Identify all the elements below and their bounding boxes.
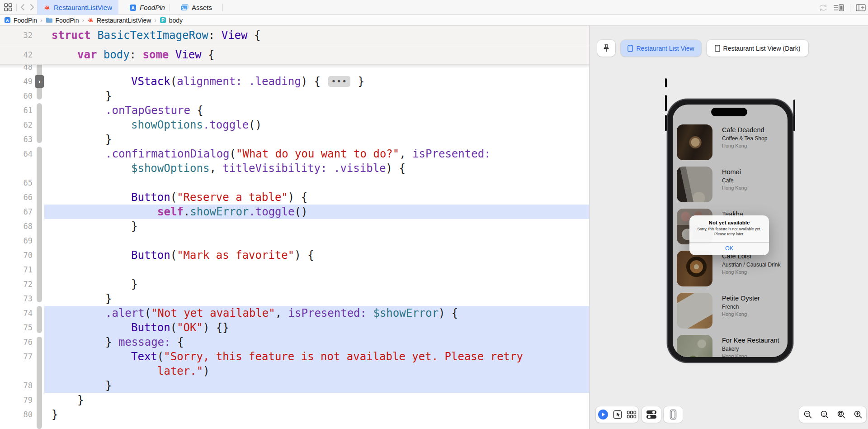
code-line[interactable]: 66Button("Reserve a table") { xyxy=(0,190,589,205)
breadcrumb-file[interactable]: RestaurantListView xyxy=(87,17,151,24)
iphone-screen[interactable]: Cafe DeadendCoffee & Tea ShopHong KongHo… xyxy=(673,105,788,357)
line-number: 70 xyxy=(0,248,33,262)
volume-down-button xyxy=(665,115,667,131)
zoom-in-icon[interactable] xyxy=(854,410,863,419)
zoom-fit-icon[interactable] xyxy=(837,410,846,419)
code-text: .alert("Not yet available", isPresented:… xyxy=(105,306,458,320)
breadcrumb-symbol[interactable]: P body xyxy=(160,17,183,24)
tab-assets[interactable]: Assets xyxy=(175,0,218,15)
sticky-header-line-42[interactable]: 42var body: some View { xyxy=(0,45,589,65)
breadcrumb-separator: › xyxy=(40,17,42,24)
line-number: 75 xyxy=(0,320,33,335)
zoom-100-icon[interactable]: 1 xyxy=(820,410,829,419)
code-line[interactable]: 63} xyxy=(0,132,589,147)
code-line[interactable]: 73} xyxy=(0,291,589,306)
code-line[interactable]: 71 xyxy=(0,262,589,277)
line-number: 79 xyxy=(0,393,33,407)
code-text: Text("Sorry, this feature is not availab… xyxy=(131,349,523,364)
code-text: struct BasicTextImageRow: View { xyxy=(52,26,260,45)
code-line[interactable]: 75Button("OK") {} xyxy=(0,320,589,335)
variants-mode-button[interactable] xyxy=(627,410,637,419)
line-number: 64 xyxy=(0,147,33,161)
sticky-header-line-32[interactable]: 32struct BasicTextImageRow: View { xyxy=(0,26,589,45)
tab-label: RestaurantListView xyxy=(54,4,112,11)
line-number: 73 xyxy=(0,291,33,306)
code-line[interactable]: 67self.showError.toggle() xyxy=(0,205,589,219)
code-text: } xyxy=(131,219,137,234)
scheme-button-light[interactable]: Restaurant List View xyxy=(621,40,701,57)
code-line[interactable]: 69 xyxy=(0,234,589,248)
app-icon: A xyxy=(129,4,137,11)
back-button[interactable] xyxy=(20,3,26,12)
tab-label: FoodPin xyxy=(140,4,165,11)
breadcrumb-group[interactable]: FoodPin xyxy=(46,17,79,24)
code-line[interactable]: 60} xyxy=(0,89,589,103)
code-line[interactable]: 68} xyxy=(0,219,589,234)
line-number: 71 xyxy=(0,262,33,277)
code-text: .confirmationDialog("What do you want to… xyxy=(105,147,491,161)
breadcrumb-project[interactable]: A FoodPin xyxy=(4,17,37,24)
code-text: } xyxy=(105,89,112,103)
code-editor[interactable]: 4849VStack(alignment: .leading) { ••• }›… xyxy=(0,26,589,429)
scheme-button-dark[interactable]: Restaurant List View (Dark) xyxy=(707,40,808,57)
zoom-out-icon[interactable] xyxy=(803,410,812,419)
code-line[interactable]: 77Text("Sorry, this feature is not avail… xyxy=(0,349,589,364)
code-text: .onTapGesture { xyxy=(105,103,203,118)
preview-canvas: Restaurant List View Restaurant List Vie… xyxy=(590,26,868,429)
code-line[interactable]: 76} message: { xyxy=(0,335,589,349)
line-number: 63 xyxy=(0,132,33,147)
alert-title: Not yet available xyxy=(689,220,769,225)
code-fold-disclosure[interactable]: › xyxy=(35,75,44,88)
code-text: VStack(alignment: .leading) { ••• } xyxy=(131,74,364,89)
line-number: 60 xyxy=(0,89,33,103)
live-preview-button[interactable] xyxy=(598,409,609,420)
breadcrumb-separator: › xyxy=(82,17,84,24)
pin-preview-button[interactable] xyxy=(597,40,615,57)
code-text: var body: some View { xyxy=(77,45,214,65)
editor-grid-icon[interactable] xyxy=(4,3,13,12)
line-number: 67 xyxy=(0,205,33,219)
device-settings-button[interactable] xyxy=(646,410,657,419)
alert-dialog: Not yet available Sorry, this feature is… xyxy=(689,215,769,255)
line-number: 72 xyxy=(0,277,33,291)
code-line[interactable]: 78} xyxy=(0,378,589,393)
folder-icon xyxy=(46,17,53,23)
xcode-window: RestaurantListView A FoodPin Assets xyxy=(0,0,868,429)
device-bezel-group xyxy=(664,406,683,423)
code-line[interactable]: 72} xyxy=(0,277,589,291)
volume-up-button xyxy=(665,95,667,111)
code-line[interactable]: 61.onTapGesture { xyxy=(0,103,589,118)
code-line[interactable]: 79} xyxy=(0,393,589,407)
device-bezel-button[interactable] xyxy=(670,409,677,420)
line-number: 68 xyxy=(0,219,33,234)
code-text: $showOptions, titleVisibility: .visible)… xyxy=(131,161,406,176)
code-line[interactable]: 80} xyxy=(0,407,589,422)
code-line[interactable]: $showOptions, titleVisibility: .visible)… xyxy=(0,161,589,176)
code-text: } message: { xyxy=(105,335,184,349)
editor-canvas-divider[interactable] xyxy=(589,26,590,429)
line-number: 66 xyxy=(0,190,33,205)
code-line[interactable]: 65 xyxy=(0,176,589,190)
swift-icon xyxy=(43,4,51,11)
swift-icon xyxy=(87,17,94,24)
code-review-icon[interactable] xyxy=(818,4,828,12)
code-line[interactable]: 64.confirmationDialog("What do you want … xyxy=(0,147,589,161)
code-line[interactable]: later.") xyxy=(0,364,589,378)
alert-ok-button[interactable]: OK xyxy=(689,242,769,255)
zoom-controls-group: 1 xyxy=(799,406,866,423)
device-icon xyxy=(715,45,720,52)
code-line[interactable]: 62showOptions.toggle() xyxy=(0,118,589,132)
tab-restaurantlistview[interactable]: RestaurantListView xyxy=(37,0,118,15)
code-line[interactable]: 49VStack(alignment: .leading) { ••• } xyxy=(0,74,589,89)
tab-label: Assets xyxy=(192,4,212,11)
line-number: 69 xyxy=(0,234,33,248)
code-text: showOptions.toggle() xyxy=(131,118,262,132)
editor-options-icon[interactable] xyxy=(834,4,844,12)
code-line[interactable]: 70Button("Mark as favorite") { xyxy=(0,248,589,262)
svg-text:1: 1 xyxy=(823,412,825,416)
add-editor-icon[interactable] xyxy=(856,4,866,12)
tab-foodpin[interactable]: A FoodPin xyxy=(123,0,171,15)
selectable-mode-button[interactable] xyxy=(613,410,622,419)
code-line[interactable]: 74.alert("Not yet available", isPresente… xyxy=(0,306,589,320)
forward-button[interactable] xyxy=(29,3,35,12)
